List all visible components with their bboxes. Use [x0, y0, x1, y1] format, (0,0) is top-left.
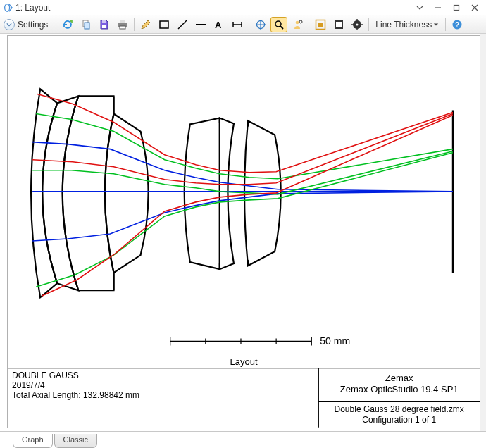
probe-tool[interactable] — [289, 17, 306, 32]
measure-icon — [232, 19, 243, 30]
caret-down-icon — [433, 22, 439, 27]
separator — [249, 18, 249, 31]
rectangle-tool[interactable] — [156, 17, 173, 32]
line-thickness-dropdown[interactable]: Line Thickness — [372, 17, 442, 32]
svg-text:Zemax: Zemax — [385, 373, 413, 383]
scale-bar — [170, 337, 312, 345]
refresh-icon — [62, 19, 73, 30]
pan-icon — [255, 19, 266, 30]
refresh-button[interactable] — [59, 17, 76, 32]
svg-text:Total Axial Length:  132.98842: Total Axial Length: 132.98842 mm — [12, 390, 139, 400]
print-icon — [117, 19, 128, 30]
tab-classic[interactable]: Classic — [54, 434, 97, 448]
fit-window-tool[interactable] — [312, 17, 329, 32]
svg-rect-10 — [120, 20, 125, 23]
svg-rect-11 — [120, 26, 125, 29]
svg-point-19 — [275, 21, 281, 27]
svg-rect-8 — [102, 20, 106, 23]
maximize-button[interactable] — [448, 1, 465, 14]
info-panel: Layout DOUBLE GAUSS 2019/7/4 Total Axial… — [8, 354, 480, 428]
svg-rect-24 — [318, 23, 323, 27]
save-button[interactable] — [96, 17, 113, 32]
svg-rect-12 — [160, 21, 168, 28]
svg-line-20 — [280, 26, 283, 29]
settings-dropdown[interactable]: Settings — [1, 17, 53, 32]
print-button[interactable] — [114, 17, 131, 32]
pencil-icon — [140, 19, 151, 30]
separator — [134, 18, 135, 31]
window-dropdown-button[interactable] — [411, 1, 428, 14]
close-button[interactable] — [466, 1, 483, 14]
separator — [56, 18, 56, 31]
separator — [445, 18, 446, 31]
svg-rect-6 — [85, 23, 89, 29]
minimize-button[interactable] — [430, 1, 447, 14]
separator — [309, 18, 309, 31]
svg-point-0 — [5, 4, 10, 11]
svg-point-28 — [356, 23, 359, 25]
lock-aspect-tool[interactable] — [330, 17, 347, 32]
copy-button[interactable] — [77, 17, 94, 32]
svg-rect-26 — [336, 22, 342, 27]
rectangle-icon — [158, 19, 170, 30]
svg-text:2019/7/4: 2019/7/4 — [12, 380, 45, 390]
measure-tool[interactable] — [229, 17, 246, 32]
svg-text:Configuration 1 of 1: Configuration 1 of 1 — [362, 415, 436, 425]
save-icon — [99, 19, 110, 30]
tab-graph[interactable]: Graph — [13, 434, 53, 448]
svg-text:DOUBLE GAUSS: DOUBLE GAUSS — [12, 371, 79, 380]
settings-chevron-icon — [4, 19, 15, 30]
pan-tool[interactable] — [252, 17, 269, 32]
pencil-tool[interactable] — [137, 17, 154, 32]
app-icon — [3, 3, 13, 13]
separator — [368, 18, 369, 31]
scale-label: 50 mm — [320, 335, 350, 347]
line-icon — [177, 19, 188, 30]
plot-caption: Layout — [230, 356, 257, 367]
dash-icon — [195, 19, 206, 30]
svg-text:A: A — [215, 20, 222, 30]
text-tool[interactable]: A — [211, 17, 228, 32]
optical-layout-svg: 50 mm Layout DOUBLE GAUSS 2019/7/4 Total… — [8, 36, 480, 428]
title-bar: 1: Layout — [0, 0, 486, 15]
fit-icon — [315, 19, 326, 30]
target-icon — [351, 19, 363, 30]
dash-tool[interactable] — [192, 17, 209, 32]
magnifier-icon — [273, 19, 285, 30]
person-icon — [292, 19, 303, 30]
toolbar: Settings A — [0, 15, 486, 34]
svg-text:Double Gauss 28 degree field.z: Double Gauss 28 degree field.zmx — [334, 404, 463, 414]
zoom-tool[interactable] — [270, 17, 287, 32]
lock-icon — [333, 19, 344, 30]
line-thickness-label: Line Thickness — [375, 20, 432, 30]
help-button[interactable]: ? — [449, 17, 466, 32]
layout-canvas[interactable]: 50 mm Layout DOUBLE GAUSS 2019/7/4 Total… — [7, 35, 480, 428]
line-tool[interactable] — [174, 17, 191, 32]
vertical-scrollbar[interactable] — [480, 34, 486, 431]
svg-rect-7 — [102, 25, 106, 28]
copy-icon — [80, 19, 92, 30]
bottom-tab-strip: Graph Classic — [0, 431, 486, 448]
svg-rect-2 — [454, 5, 459, 10]
help-icon: ? — [451, 19, 463, 30]
svg-point-22 — [299, 20, 302, 23]
window-title: 1: Layout — [15, 3, 50, 13]
svg-text:Zemax OpticStudio 19.4 SP1: Zemax OpticStudio 19.4 SP1 — [340, 384, 459, 394]
svg-point-21 — [296, 20, 299, 24]
svg-text:?: ? — [455, 21, 459, 29]
text-icon: A — [213, 19, 225, 30]
settings-label: Settings — [18, 20, 48, 30]
target-tool[interactable] — [349, 17, 366, 32]
svg-line-13 — [178, 20, 187, 29]
